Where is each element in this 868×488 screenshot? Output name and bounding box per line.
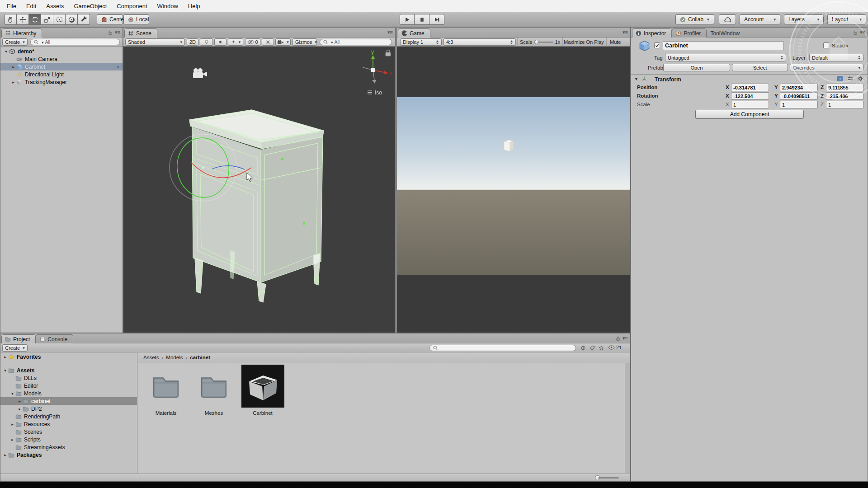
game-panel-menu[interactable]: ▾≡	[623, 29, 628, 35]
scale-control[interactable]: Scale 1x	[517, 38, 563, 46]
prefab-open-arrow-icon[interactable]: ›	[117, 64, 119, 70]
hand-tool[interactable]	[5, 14, 17, 25]
layout-dropdown[interactable]: Layout	[827, 14, 866, 24]
scene-lighting-button[interactable]	[200, 38, 213, 46]
step-button[interactable]	[429, 14, 444, 25]
prefab-open-button[interactable]: Open	[663, 64, 730, 71]
hierarchy-panel-menu[interactable]: ▾≡	[108, 29, 120, 35]
gear-icon[interactable]	[857, 75, 863, 82]
project-panel-menu[interactable]: ▾≡	[616, 335, 628, 341]
transform-rotation-x-field[interactable]: -122.504	[731, 92, 769, 100]
tab-scene[interactable]: Scene	[124, 28, 157, 38]
mute-toggle[interactable]: Mute	[608, 38, 623, 46]
breadcrumb-item-models[interactable]: Models	[166, 355, 183, 360]
inspector-panel-menu[interactable]: ▾≡	[853, 29, 865, 35]
menu-item-gameobject[interactable]: GameObject	[69, 1, 112, 11]
hierarchy-item-trackingmanager[interactable]: ▸TrackingManager	[0, 78, 123, 86]
menu-item-edit[interactable]: Edit	[21, 1, 41, 11]
breadcrumb-item-carbinet[interactable]: carbinet	[190, 355, 210, 360]
project-tree-item-streamingassets[interactable]: StreamingAssets	[0, 443, 137, 451]
tab-inspector[interactable]: Inspector	[632, 28, 672, 38]
rect-tool[interactable]	[53, 14, 66, 25]
transform-rotation-z-field[interactable]: -215.406	[826, 92, 863, 100]
expander-icon[interactable]: ▸	[10, 65, 16, 69]
layers-dropdown[interactable]: Layers	[784, 14, 824, 24]
project-tree-item-favorites[interactable]: ▸Favorites	[0, 353, 137, 361]
hierarchy-create-button[interactable]: Create	[2, 38, 28, 46]
hierarchy-search-input[interactable]: All	[30, 39, 120, 45]
transform-position-z-field[interactable]: 9.111855	[826, 84, 863, 91]
aspect-dropdown[interactable]: 4:3	[443, 38, 516, 46]
transform-position-y-field[interactable]: 2.949234	[780, 84, 818, 91]
tag-dropdown[interactable]: Untagged	[665, 54, 786, 61]
collab-button[interactable]: Collab	[675, 14, 714, 24]
expander-icon[interactable]: ▸	[17, 407, 23, 411]
project-tree-item-resources[interactable]: ▸Resources	[0, 420, 137, 428]
expander-icon[interactable]: ▸	[9, 422, 15, 427]
play-button[interactable]	[400, 14, 415, 25]
pause-button[interactable]	[415, 14, 429, 25]
transform-scale-x-field[interactable]: 1	[731, 101, 769, 108]
project-tree-item-editor[interactable]: Editor	[0, 382, 137, 389]
project-create-button[interactable]: Create	[2, 344, 28, 352]
gizmos-dropdown[interactable]: Gizmos	[292, 38, 317, 46]
project-tree-item-scripts[interactable]: ▸Scripts	[0, 436, 137, 443]
transform-foldout-icon[interactable]: ▼	[634, 77, 638, 81]
search-by-label-icon[interactable]	[590, 345, 595, 351]
rotate-tool[interactable]	[29, 14, 41, 25]
prefab-select-button[interactable]: Select	[732, 64, 788, 71]
presets-icon[interactable]	[847, 75, 854, 82]
menu-item-help[interactable]: Help	[183, 1, 205, 11]
thumbnail-zoom-track[interactable]	[598, 477, 619, 479]
project-tree-item-assets[interactable]: ▾Assets	[0, 366, 137, 374]
transform-title[interactable]: Transform	[655, 76, 681, 83]
project-tree-item-renderingpath[interactable]: RenderingPath	[0, 413, 137, 420]
transform-rotation-y-field[interactable]: -0.04098511	[780, 92, 818, 100]
scene-audio-button[interactable]	[214, 38, 226, 46]
account-dropdown[interactable]: Account	[740, 14, 780, 24]
tab-project[interactable]: Project	[1, 334, 36, 343]
search-filter-icon[interactable]	[40, 39, 44, 45]
static-checkbox[interactable]	[823, 42, 829, 48]
scene-viewport[interactable]: y x Iso	[123, 47, 395, 333]
project-tree-item-dlls[interactable]: DLLs	[0, 374, 137, 382]
breadcrumb-item-assets[interactable]: Assets	[143, 355, 159, 360]
content-scrollbar[interactable]	[625, 363, 630, 473]
tab-toolwindow[interactable]: ToolWindow	[707, 28, 745, 38]
hierarchy-item-carbinet[interactable]: ▸Carbinet›	[0, 63, 123, 70]
menu-item-assets[interactable]: Assets	[41, 1, 69, 11]
layer-dropdown[interactable]: Default	[809, 54, 863, 61]
scale-slider-knob[interactable]	[534, 40, 539, 44]
custom-tool[interactable]	[78, 14, 90, 25]
hierarchy-scene-row[interactable]: ▾demo*	[0, 47, 123, 55]
hierarchy-item-directional-light[interactable]: Directional Light	[0, 70, 123, 78]
prefab-overrides-button[interactable]: Overrides	[790, 64, 863, 71]
maximize-on-play-toggle[interactable]: Maximize On Play	[561, 38, 607, 46]
asset-item-materials[interactable]: Materials	[144, 365, 188, 416]
menu-item-file[interactable]: File	[2, 1, 21, 11]
tab-hierarchy[interactable]: Hierarchy	[1, 28, 42, 38]
search-filter-icon[interactable]	[330, 39, 333, 45]
gameobject-name-field[interactable]: Carbinet	[663, 41, 784, 50]
expander-icon[interactable]: ▸	[9, 437, 15, 442]
tab-profiler[interactable]: Profiler	[672, 28, 707, 38]
hierarchy-item-main-camera[interactable]: Main Camera	[0, 55, 123, 63]
project-tree-item-scenes[interactable]: Scenes	[0, 428, 137, 436]
scale-slider[interactable]	[534, 40, 553, 44]
static-label[interactable]: Static	[832, 43, 848, 48]
pivot-mode-button[interactable]: Center	[97, 14, 123, 24]
project-tree-item-dp2[interactable]: ▸DP2	[0, 405, 137, 413]
project-tree-item-carbinet[interactable]: ▸carbinet	[0, 397, 137, 405]
menu-item-window[interactable]: Window	[152, 1, 183, 11]
move-tool[interactable]	[17, 14, 29, 25]
cloud-button[interactable]	[719, 14, 736, 24]
active-checkbox[interactable]	[654, 42, 660, 48]
transform-scale-y-field[interactable]: 1	[780, 101, 818, 108]
project-search-input[interactable]	[429, 345, 576, 351]
scene-effects-button[interactable]	[228, 38, 243, 46]
project-tree-item-models[interactable]: ▾Models	[0, 389, 137, 397]
tab-game[interactable]: Game	[398, 28, 430, 38]
scene-visibility-button[interactable]: 0	[245, 38, 260, 46]
scale-tool[interactable]	[41, 14, 53, 25]
toggle-2d-button[interactable]: 2D	[187, 38, 198, 46]
